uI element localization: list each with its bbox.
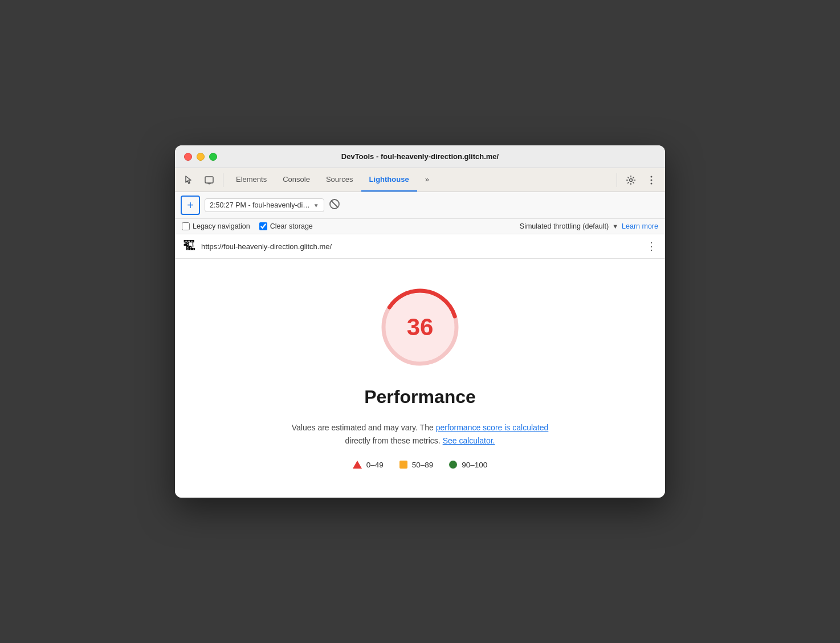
tab-more[interactable]: » bbox=[417, 168, 437, 192]
url-bar: 🏗 https://foul-heavenly-direction.glitch… bbox=[175, 234, 665, 259]
svg-line-8 bbox=[331, 201, 338, 207]
more-options-button[interactable] bbox=[642, 171, 660, 189]
select-element-button[interactable] bbox=[180, 171, 198, 189]
chevron-down-icon: ▼ bbox=[313, 202, 319, 209]
audit-select[interactable]: 2:50:27 PM - foul-heavenly-di… ▼ bbox=[205, 198, 324, 212]
clear-storage-checkbox[interactable]: Clear storage bbox=[259, 222, 313, 230]
svg-rect-0 bbox=[205, 177, 213, 183]
score-legend: 0–49 50–89 90–100 bbox=[353, 461, 488, 469]
legend-pass: 90–100 bbox=[449, 461, 487, 469]
devtools-window: DevTools - foul-heavenly-direction.glitc… bbox=[175, 145, 665, 498]
tab-sources[interactable]: Sources bbox=[318, 168, 361, 192]
performance-title: Performance bbox=[364, 386, 476, 408]
tab-elements[interactable]: Elements bbox=[228, 168, 275, 192]
lighthouse-site-icon: 🏗 bbox=[183, 239, 195, 254]
minimize-button[interactable] bbox=[197, 153, 205, 161]
score-number: 36 bbox=[407, 314, 434, 341]
window-title: DevTools - foul-heavenly-direction.glitc… bbox=[341, 152, 499, 161]
pass-icon bbox=[449, 461, 457, 469]
options-bar: Legacy navigation Clear storage Simulate… bbox=[175, 219, 665, 234]
url-text: https://foul-heavenly-direction.glitch.m… bbox=[201, 242, 641, 251]
legacy-nav-input[interactable] bbox=[182, 222, 190, 230]
legend-fail: 0–49 bbox=[353, 461, 384, 469]
score-gauge: 36 bbox=[374, 282, 466, 373]
performance-description: Values are estimated and may vary. The p… bbox=[292, 421, 549, 447]
throttling-dropdown-arrow[interactable]: ▼ bbox=[612, 223, 618, 230]
tab-lighthouse[interactable]: Lighthouse bbox=[361, 168, 417, 192]
svg-point-3 bbox=[630, 178, 633, 181]
throttling-label: Simulated throttling (default) bbox=[520, 222, 609, 230]
toolbar-divider bbox=[223, 173, 223, 187]
lighthouse-toolbar: + 2:50:27 PM - foul-heavenly-di… ▼ bbox=[175, 192, 665, 219]
clear-storage-input[interactable] bbox=[259, 222, 267, 230]
learn-more-link[interactable]: Learn more bbox=[622, 222, 658, 230]
average-icon bbox=[399, 461, 407, 469]
calculator-link[interactable]: See calculator. bbox=[443, 436, 495, 445]
maximize-button[interactable] bbox=[209, 153, 217, 161]
svg-point-4 bbox=[651, 176, 653, 177]
legend-average: 50–89 bbox=[399, 461, 434, 469]
throttling-section: Simulated throttling (default) ▼ Learn m… bbox=[520, 222, 658, 230]
legacy-navigation-checkbox[interactable]: Legacy navigation bbox=[182, 222, 250, 230]
toolbar-divider-2 bbox=[617, 173, 617, 187]
tab-list: Elements Console Sources Lighthouse » bbox=[228, 168, 612, 192]
url-more-options[interactable]: ⋮ bbox=[646, 241, 657, 251]
title-bar: DevTools - foul-heavenly-direction.glitc… bbox=[175, 145, 665, 168]
devtools-toolbar: Elements Console Sources Lighthouse » bbox=[175, 168, 665, 192]
new-audit-button[interactable]: + bbox=[181, 196, 200, 215]
close-button[interactable] bbox=[184, 153, 192, 161]
traffic-lights bbox=[184, 153, 217, 161]
svg-rect-1 bbox=[207, 183, 211, 184]
svg-point-6 bbox=[651, 182, 653, 184]
toggle-device-button[interactable] bbox=[200, 171, 218, 189]
fail-icon bbox=[353, 461, 362, 469]
main-content: 36 Performance Values are estimated and … bbox=[175, 259, 665, 498]
block-icon[interactable] bbox=[329, 198, 340, 212]
perf-score-link[interactable]: performance score is calculated bbox=[436, 423, 549, 432]
tab-console[interactable]: Console bbox=[275, 168, 318, 192]
settings-button[interactable] bbox=[622, 171, 640, 189]
svg-point-5 bbox=[651, 179, 653, 181]
audit-time-label: 2:50:27 PM - foul-heavenly-di… bbox=[210, 201, 310, 209]
toolbar-right bbox=[622, 171, 660, 189]
